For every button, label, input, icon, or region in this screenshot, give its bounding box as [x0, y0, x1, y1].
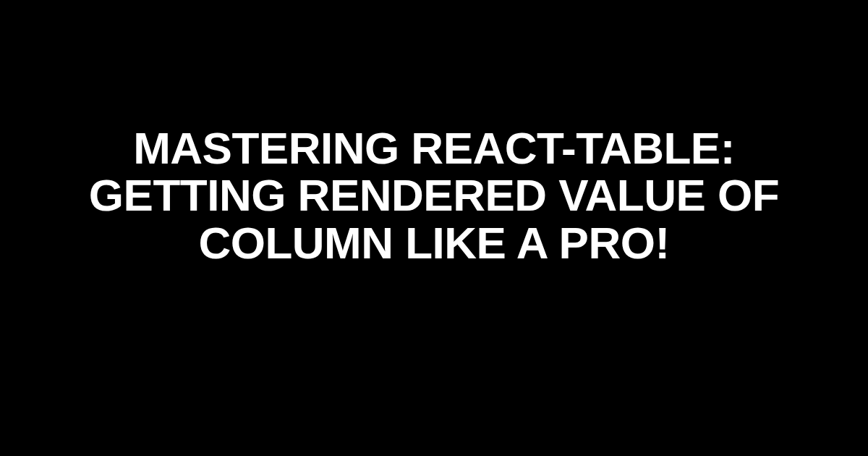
page-title: MASTERING REACT-TABLE: GETTING RENDERED …	[0, 124, 868, 266]
